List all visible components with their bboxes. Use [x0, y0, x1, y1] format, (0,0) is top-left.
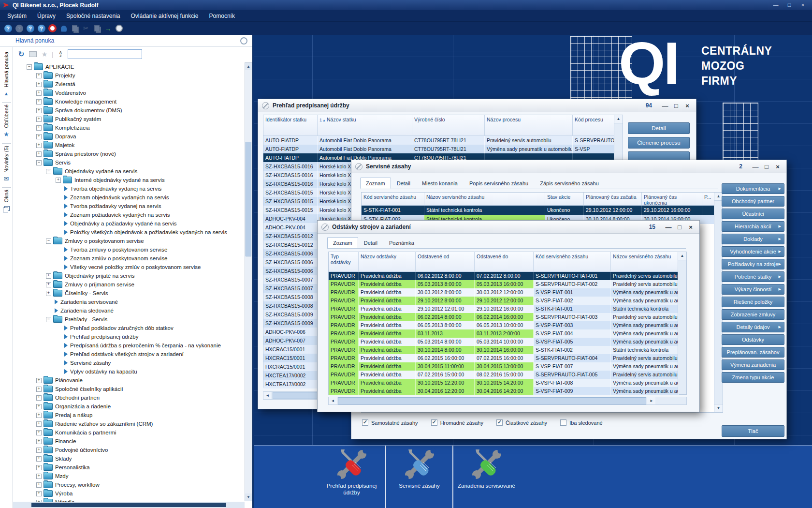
horizontal-scrollbar[interactable]: ◄ ► [328, 397, 687, 405]
column-header[interactable]: Názov servisného zásahu [424, 193, 545, 205]
column-header[interactable]: Názov odstávky [359, 252, 416, 271]
panel-options-icon[interactable] [240, 37, 247, 45]
tab[interactable]: Detail [358, 237, 383, 248]
scroll-left-arrow[interactable]: ◄ [329, 397, 337, 404]
checkbox[interactable] [496, 419, 503, 426]
table-row[interactable]: PRAVUDR Pravidelná údržba 06.02.2014 8:0… [329, 313, 686, 321]
table-row[interactable]: PRAVUDR Pravidelná údržba 30.03.2012 8:0… [329, 288, 686, 297]
tree-expander[interactable] [36, 439, 42, 444]
column-header[interactable]: Plánovaný čas ukončenia [642, 193, 702, 205]
menu-item[interactable]: Úpravy [32, 13, 61, 19]
tree-item[interactable]: Personalistika [13, 463, 245, 472]
column-header[interactable]: Kód procesu [573, 115, 615, 135]
tree-expander[interactable] [36, 395, 42, 401]
scroll-up-arrow[interactable]: ▲ [614, 115, 623, 123]
column-header[interactable]: Stav akcie [545, 193, 584, 205]
table-row[interactable]: PRAVUDR Pravidelná údržba 30.04.2016 12:… [329, 387, 686, 395]
paste-icon[interactable] [92, 23, 102, 33]
filter-checkbox[interactable]: Iba sledované [560, 419, 603, 426]
column-header[interactable]: Plánovaný čas začatia [584, 193, 642, 205]
tree-expander[interactable] [36, 413, 42, 418]
tree-expander[interactable] [36, 465, 42, 470]
table-row[interactable]: PRAVUDR Pravidelná údržba 05.03.2013 8:0… [329, 280, 686, 288]
window-titlebar[interactable]: Odstávky strojov a zariadení 15 —□× [318, 221, 699, 234]
tree-expander[interactable] [36, 387, 42, 392]
tab[interactable]: Zápis servisného zásahu [534, 178, 605, 189]
sidebar-tab[interactable]: Hlavná ponuka [3, 50, 10, 98]
favorites-star-icon[interactable] [40, 50, 49, 58]
refresh-icon[interactable] [17, 50, 26, 58]
table-row[interactable]: PRAVUDR Pravidelná údržba 06.02.2015 16:… [329, 354, 686, 362]
print-button[interactable]: Tlač [722, 425, 784, 437]
tab[interactable]: Detail [391, 178, 416, 189]
tree-item[interactable]: Publikačný systém [13, 115, 245, 123]
tree-item[interactable]: Projekty [13, 71, 245, 80]
tree-item[interactable]: Obchodní partneri [13, 393, 245, 402]
menu-item[interactable]: Systém [2, 13, 32, 19]
window-control-button[interactable]: × [686, 224, 696, 231]
desktop-shortcut[interactable]: Servisné zásahy [385, 446, 452, 508]
action-button[interactable]: Potrebné statky [722, 271, 784, 282]
tree-expander[interactable] [36, 474, 42, 479]
table-row[interactable]: AUTO-FIATDP Automobil Fiat Doblo Panoram… [263, 136, 623, 145]
window-control-button[interactable]: □ [675, 224, 684, 231]
action-button[interactable]: Výkazy činností [722, 284, 784, 295]
filter-checkbox[interactable]: Hromadné zásahy [431, 419, 483, 426]
tree-expander[interactable] [36, 143, 42, 148]
app-window-control-button[interactable]: × [797, 1, 809, 9]
tree-item[interactable]: APLIKÁCIE [13, 62, 245, 71]
sidebar-tab[interactable]: Novinky (5) [2, 143, 11, 184]
tree-item[interactable]: Tvorba požiadavky vydanej na servis [13, 202, 245, 210]
tree-expander[interactable] [36, 404, 42, 409]
tree-expander[interactable] [46, 291, 51, 296]
tree-expander[interactable] [27, 64, 32, 70]
action-button[interactable]: Dokumentácia [722, 183, 784, 194]
checkbox[interactable] [362, 419, 368, 426]
import-icon[interactable]: → [103, 23, 113, 33]
tree-expander[interactable] [36, 125, 42, 131]
tree-item[interactable]: Položky všetkých objednávok a požiadavie… [13, 228, 245, 237]
checkbox[interactable] [560, 419, 566, 426]
tree-item[interactable]: Číselníky - Servis [13, 289, 245, 298]
tree-item[interactable]: Servisné zásahy [13, 359, 245, 367]
scrollbar-thumb[interactable] [31, 503, 226, 507]
menu-item[interactable]: Pomocník [204, 13, 240, 19]
tree-item[interactable]: Všetky vecné položky zmlúv o poskytovano… [13, 263, 245, 271]
tree-item[interactable]: Zariadenia servisované [13, 298, 245, 306]
table-row[interactable]: PRAVUDR Pravidelná údržba 07.02.2016 15:… [329, 371, 686, 379]
context-help-icon[interactable]: ? [14, 23, 24, 33]
action-button[interactable]: Členenie procesu [628, 137, 690, 149]
tree-expander[interactable] [46, 239, 51, 244]
tree-expander[interactable] [36, 134, 42, 139]
tree-expander[interactable] [36, 448, 42, 453]
scrollbar-thumb[interactable] [246, 142, 251, 256]
sidebar-tab[interactable]: Okná [2, 187, 11, 214]
action-button[interactable]: Výmena zariadenia [722, 359, 784, 370]
tree-expander[interactable] [56, 178, 61, 183]
table-row[interactable]: PRAVUDR Pravidelná údržba 29.10.2012 12:… [329, 305, 686, 313]
user-help-icon[interactable]: ? [36, 23, 46, 33]
tree-expander[interactable] [36, 73, 42, 78]
whats-this-icon[interactable]: ? [25, 23, 35, 33]
action-button[interactable]: Zobrazenie zmluvy [722, 309, 784, 320]
tree-expander[interactable] [36, 160, 42, 165]
tree-item[interactable]: Predpísaná údržba s prekročením % čerpan… [13, 341, 245, 350]
tab[interactable]: Popis servisného zásahu [464, 178, 534, 189]
window-control-button[interactable]: — [664, 224, 673, 231]
column-header[interactable]: Odstavené od [416, 252, 475, 271]
preview-icon[interactable] [29, 50, 37, 58]
tree-expander[interactable] [46, 282, 51, 287]
tree-item[interactable]: Mzdy [13, 472, 245, 480]
scroll-down-arrow[interactable]: ▼ [714, 404, 723, 412]
column-header[interactable]: 1Názov statku [318, 115, 412, 135]
tree-item[interactable]: Podvojné účtovníctvo [13, 446, 245, 454]
tree-expander[interactable] [36, 456, 42, 462]
tree-item[interactable]: Objednávky vydané na servis [13, 167, 245, 176]
help-icon[interactable]: ? [3, 23, 13, 33]
tree-item[interactable]: Komunikácia s partnermi [13, 428, 245, 437]
column-header[interactable]: Kód servisného zásahu [362, 193, 424, 205]
tree-item[interactable]: Zmluvy o príjmanom servise [13, 280, 245, 289]
scroll-up-arrow[interactable]: ▲ [678, 252, 686, 260]
sidebar-tab[interactable]: Obľúbené [2, 102, 11, 139]
tab[interactable]: Zoznam [360, 178, 391, 189]
